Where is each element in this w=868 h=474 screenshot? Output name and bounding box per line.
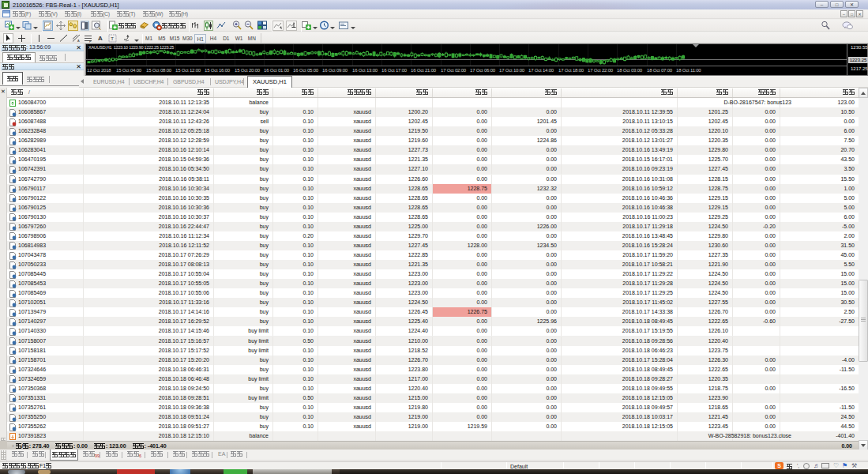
svg-text:T: T	[111, 36, 114, 41]
svg-text:A: A	[77, 39, 80, 43]
